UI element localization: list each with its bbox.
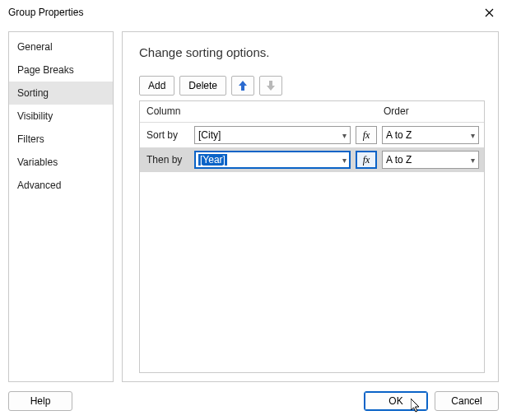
chevron-down-icon: ▾ bbox=[342, 156, 347, 165]
fx-label: fx bbox=[363, 154, 370, 166]
help-button-label: Help bbox=[30, 395, 51, 407]
move-up-button[interactable] bbox=[231, 76, 254, 96]
sidebar-item-visibility[interactable]: Visibility bbox=[9, 105, 113, 128]
titlebar: Group Properties bbox=[0, 0, 507, 25]
sidebar-item-variables[interactable]: Variables bbox=[9, 151, 113, 174]
cancel-button[interactable]: Cancel bbox=[435, 391, 499, 411]
sidebar-item-label: General bbox=[17, 41, 53, 53]
close-icon bbox=[485, 8, 494, 17]
delete-button-label: Delete bbox=[188, 80, 217, 91]
row-label: Then by bbox=[145, 154, 189, 166]
expression-button[interactable]: fx bbox=[356, 151, 377, 169]
close-button[interactable] bbox=[472, 1, 505, 24]
ok-button-label: OK bbox=[388, 395, 402, 407]
sort-row[interactable]: Then by [Year] ▾ fx A to Z ▾ bbox=[140, 147, 484, 172]
sidebar-item-advanced[interactable]: Advanced bbox=[9, 174, 113, 197]
sort-column-value: [Year] bbox=[198, 154, 227, 166]
sort-row[interactable]: Sort by [City] ▾ fx A to Z ▾ bbox=[140, 123, 484, 147]
sidebar-item-label: Visibility bbox=[17, 110, 53, 122]
ok-button[interactable]: OK bbox=[364, 391, 428, 411]
grid-header: Column Order bbox=[140, 101, 484, 123]
sidebar-item-page-breaks[interactable]: Page Breaks bbox=[9, 58, 113, 82]
help-button[interactable]: Help bbox=[8, 391, 72, 411]
cancel-button-label: Cancel bbox=[451, 395, 481, 407]
arrow-down-icon bbox=[267, 81, 275, 91]
add-button-label: Add bbox=[148, 80, 165, 91]
sidebar-item-label: Variables bbox=[17, 156, 58, 168]
sort-column-combo[interactable]: [Year] ▾ bbox=[194, 151, 351, 169]
chevron-down-icon: ▾ bbox=[471, 131, 475, 140]
dialog-footer: Help OK Cancel bbox=[0, 382, 507, 420]
sort-column-combo[interactable]: [City] ▾ bbox=[194, 126, 351, 144]
column-header: Column bbox=[140, 101, 377, 122]
sort-grid: Column Order Sort by [City] ▾ fx A to Z … bbox=[139, 100, 485, 373]
sort-order-value: A to Z bbox=[386, 129, 412, 141]
chevron-down-icon: ▾ bbox=[471, 156, 475, 165]
sidebar-item-label: Filters bbox=[17, 133, 44, 145]
row-label: Sort by bbox=[145, 129, 189, 141]
sidebar-item-label: Sorting bbox=[17, 87, 49, 99]
main-panel: Change sorting options. Add Delete Colum… bbox=[122, 31, 499, 382]
order-header: Order bbox=[377, 101, 484, 122]
sort-order-combo[interactable]: A to Z ▾ bbox=[382, 126, 479, 144]
move-down-button[interactable] bbox=[259, 76, 282, 96]
sort-toolbar: Add Delete bbox=[139, 76, 485, 96]
fx-label: fx bbox=[363, 129, 370, 142]
sidebar-item-label: Page Breaks bbox=[17, 64, 74, 76]
category-sidebar: General Page Breaks Sorting Visibility F… bbox=[8, 31, 114, 382]
chevron-down-icon: ▾ bbox=[342, 131, 347, 140]
group-properties-dialog: Group Properties General Page Breaks Sor… bbox=[0, 0, 507, 420]
dialog-body: General Page Breaks Sorting Visibility F… bbox=[0, 25, 507, 382]
grid-empty-area bbox=[140, 172, 484, 372]
expression-button[interactable]: fx bbox=[356, 126, 377, 144]
sort-order-combo[interactable]: A to Z ▾ bbox=[382, 151, 479, 169]
page-title: Change sorting options. bbox=[139, 45, 485, 59]
sidebar-item-sorting[interactable]: Sorting bbox=[9, 82, 113, 105]
sidebar-item-filters[interactable]: Filters bbox=[9, 128, 113, 151]
arrow-up-icon bbox=[239, 81, 247, 91]
sidebar-item-label: Advanced bbox=[17, 180, 61, 191]
dialog-title: Group Properties bbox=[8, 7, 472, 18]
cursor-icon bbox=[411, 399, 422, 413]
sort-order-value: A to Z bbox=[386, 154, 412, 166]
sidebar-item-general[interactable]: General bbox=[9, 35, 113, 58]
add-button[interactable]: Add bbox=[139, 76, 174, 96]
delete-button[interactable]: Delete bbox=[179, 76, 226, 96]
sort-column-value: [City] bbox=[198, 129, 221, 141]
